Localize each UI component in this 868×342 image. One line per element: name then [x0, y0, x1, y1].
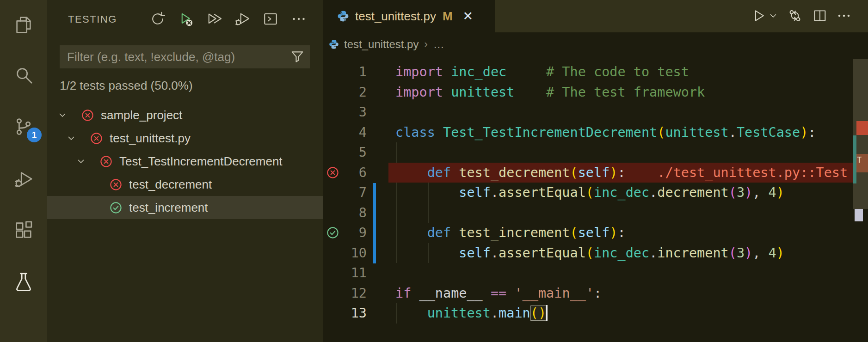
python-icon	[328, 39, 339, 50]
code-editor[interactable]: 1import inc_dec # The code to test2impor…	[323, 62, 868, 324]
output-terminal-icon[interactable]	[262, 10, 279, 28]
test-fail-icon	[99, 154, 113, 169]
panel-toolbar	[149, 10, 308, 28]
tab-label: test_unittest.py	[355, 9, 436, 24]
sidebar-item-testing[interactable]	[0, 262, 47, 304]
run-all-icon[interactable]	[205, 10, 223, 28]
sidebar-item-search[interactable]	[0, 55, 47, 97]
minimap[interactable]: T	[853, 59, 868, 209]
line-number: 6	[343, 163, 367, 183]
modified-lines-gutter-bar	[373, 183, 376, 263]
activity-bar: 1	[0, 0, 47, 342]
editor-tab-bar: test_unittest.py M ✕	[323, 0, 868, 32]
editor-group: test_unittest.py M ✕	[323, 0, 868, 342]
line-number: 3	[343, 102, 367, 122]
test-tree-row[interactable]: Test_TestIncrementDecrement	[47, 150, 323, 173]
indent-guide	[396, 142, 397, 163]
minimap-text: T	[857, 155, 862, 165]
run-and-debug-icon	[13, 169, 34, 192]
code-line: import inc_dec # The code to test	[395, 62, 689, 82]
code-line: def test_decrement(self): ./test_unittes…	[395, 163, 848, 183]
indent-guide	[396, 203, 397, 223]
code-line: unittest.main()	[395, 303, 548, 324]
sidebar-item-explorer[interactable]	[0, 5, 47, 47]
debug-tests-icon[interactable]	[234, 10, 251, 28]
text-cursor	[546, 305, 548, 321]
line-number: 2	[343, 82, 367, 103]
indent-guide	[428, 203, 429, 223]
line-number: 5	[343, 142, 367, 163]
testing-beaker-icon	[13, 271, 34, 294]
code-line: def test_increment(self):	[395, 223, 626, 243]
breadcrumb[interactable]: test_unittest.py › …	[328, 38, 444, 51]
chevron-down-icon[interactable]	[75, 156, 86, 167]
close-icon[interactable]: ✕	[463, 9, 474, 24]
test-status-text: 1/2 tests passed (50.0%)	[60, 79, 193, 93]
test-fail-icon	[89, 131, 104, 146]
python-icon	[337, 10, 350, 23]
code-line: class Test_TestIncrementDecrement(unitte…	[395, 122, 816, 143]
test-filter-box	[60, 45, 310, 68]
test-filter-input[interactable]	[60, 50, 289, 64]
test-tree: sample_project test_unittest.py Test_Tes…	[47, 104, 323, 219]
line-number: 1	[343, 62, 367, 82]
code-line: if __name__ == '__main__':	[395, 283, 602, 304]
refresh-icon[interactable]	[149, 10, 166, 28]
test-tree-row[interactable]: test_unittest.py	[47, 127, 323, 150]
breadcrumb-file[interactable]: test_unittest.py	[344, 38, 419, 51]
sidebar-item-extensions[interactable]	[0, 210, 47, 252]
split-editor-icon[interactable]	[812, 8, 828, 24]
funnel-icon[interactable]	[289, 49, 305, 65]
line-number: 9	[343, 223, 367, 243]
test-fail-gutter-icon[interactable]	[326, 165, 340, 180]
code-line: import unittest # The test framework	[395, 82, 705, 103]
line-number: 12	[343, 283, 367, 304]
modified-badge: M	[443, 9, 453, 24]
sidebar-item-run-debug[interactable]	[0, 159, 47, 202]
code-line: self.assertEqual(inc_dec.decrement(3), 4…	[395, 183, 784, 203]
panel-title: TESTING	[68, 13, 117, 25]
sidebar-item-source-control[interactable]: 1	[0, 106, 47, 149]
test-pass-icon	[109, 201, 123, 215]
more-actions-icon[interactable]	[836, 8, 852, 24]
test-fail-icon	[109, 177, 123, 192]
line-number: 10	[343, 243, 367, 263]
test-fail-icon	[80, 108, 95, 122]
explorer-icon	[13, 14, 34, 37]
line-number: 7	[343, 183, 367, 203]
more-actions-icon[interactable]	[290, 10, 308, 28]
testing-panel: TESTING	[47, 0, 323, 342]
chevron-down-icon[interactable]	[767, 10, 779, 21]
test-tree-row[interactable]: sample_project	[47, 104, 323, 127]
test-tree-row[interactable]: test_increment	[47, 196, 323, 219]
test-pass-gutter-icon[interactable]	[326, 226, 340, 240]
breadcrumb-symbol[interactable]: …	[433, 38, 444, 51]
editor-actions	[751, 8, 852, 24]
source-control-badge: 1	[27, 128, 42, 142]
code-line: self.assertEqual(inc_dec.increment(3), 4…	[395, 243, 784, 263]
chevron-down-icon[interactable]	[57, 110, 68, 121]
rerun-failed-icon[interactable]	[177, 10, 195, 28]
test-tree-row[interactable]: test_decrement	[47, 173, 323, 196]
breadcrumb-separator: ›	[424, 38, 427, 50]
tab-test-unittest[interactable]: test_unittest.py M ✕	[323, 0, 495, 32]
extensions-icon	[13, 220, 34, 243]
chevron-down-icon[interactable]	[66, 133, 77, 144]
line-number: 11	[343, 263, 367, 283]
search-icon	[13, 64, 34, 87]
line-number: 4	[343, 122, 367, 143]
line-number: 13	[343, 303, 367, 324]
run-file-icon[interactable]	[751, 8, 767, 24]
open-changes-icon[interactable]	[787, 8, 803, 24]
vscode-window: 1 TESTING	[0, 0, 868, 342]
line-number: 8	[343, 203, 367, 223]
